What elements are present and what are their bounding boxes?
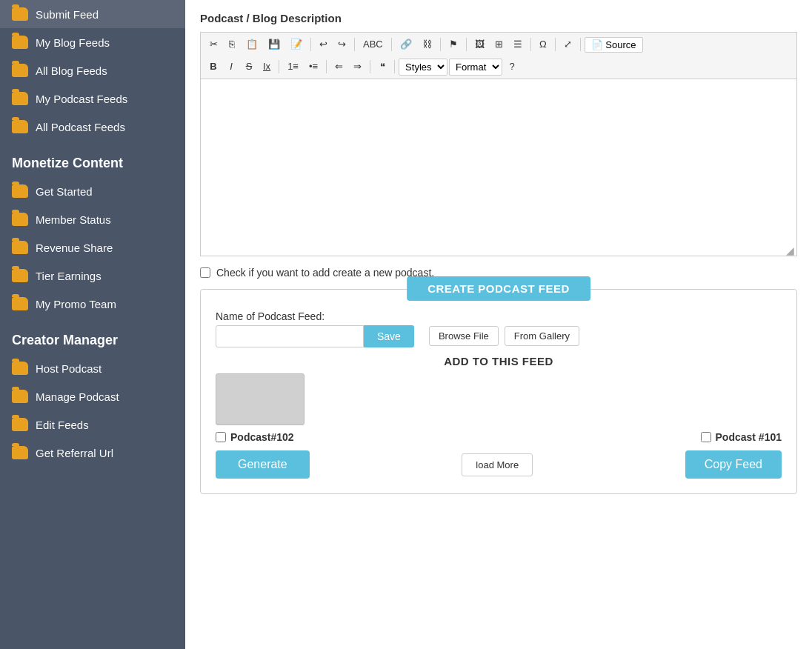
podcast-102-label: Podcast#102 (230, 431, 294, 443)
load-more-button[interactable]: load More (462, 453, 533, 476)
anchor-button[interactable]: ⚑ (445, 36, 462, 53)
maximize-button[interactable]: ⤢ (559, 36, 576, 53)
sidebar-item-manage-podcast[interactable]: Manage Podcast (0, 382, 185, 410)
generate-button[interactable]: Generate (216, 450, 310, 479)
spellcheck-button[interactable]: ABC (359, 36, 387, 53)
sidebar: Submit Feed My Blog Feeds All Blog Feeds… (0, 0, 185, 649)
special-char-button[interactable]: Ω (535, 36, 551, 53)
link-button[interactable]: 🔗 (396, 36, 416, 53)
sidebar-item-revenue-share[interactable]: Revenue Share (0, 233, 185, 262)
sidebar-item-label: Get Started (36, 185, 93, 198)
new-podcast-checkbox[interactable] (200, 267, 210, 278)
decrease-indent-button[interactable]: ⇐ (330, 58, 347, 76)
folder-icon (12, 184, 28, 198)
sidebar-item-edit-feeds[interactable]: Edit Feeds (0, 410, 185, 439)
italic-button[interactable]: I (223, 58, 239, 76)
podcast-101-checkbox[interactable] (701, 432, 711, 442)
increase-indent-button[interactable]: ⇒ (349, 58, 366, 76)
sidebar-item-get-referral-url[interactable]: Get Referral Url (0, 439, 185, 467)
editor-content[interactable] (201, 79, 796, 253)
toolbar-row-1: ✂ ⎘ 📋 💾 📝 ↩ ↪ ABC 🔗 ⛓ ⚑ 🖼 ⊞ ☰ Ω ⤢ (205, 36, 792, 53)
source-icon: 📄 (591, 39, 603, 50)
unordered-list-button[interactable]: •≡ (304, 58, 322, 76)
folder-icon (12, 64, 28, 77)
podcast-102-checkbox[interactable] (216, 432, 226, 442)
podcast-item-101: Podcast #101 (701, 431, 782, 443)
sidebar-item-my-blog-feeds[interactable]: My Blog Feeds (0, 28, 185, 56)
ordered-list-button[interactable]: 1≡ (283, 58, 303, 76)
sidebar-item-host-podcast[interactable]: Host Podcast (0, 354, 185, 382)
toolbar-row-2: B I S Ix 1≡ •≡ ⇐ ⇒ ❝ Styles Format ? (205, 58, 792, 76)
format-select[interactable]: Format (449, 59, 502, 76)
save-feed-button[interactable]: Save (364, 325, 414, 347)
add-to-feed-label: ADD TO THIS FEED (216, 355, 782, 367)
table-button[interactable]: ⊞ (490, 36, 508, 53)
image-button[interactable]: 🖼 (470, 36, 489, 53)
sidebar-item-label: My Podcast Feeds (36, 93, 127, 105)
undo-button[interactable]: ↩ (315, 36, 332, 53)
sidebar-item-all-blog-feeds[interactable]: All Blog Feeds (0, 56, 185, 84)
clear-format-button[interactable]: Ix (259, 58, 275, 76)
folder-icon (12, 446, 28, 459)
sidebar-item-tier-earnings[interactable]: Tier Earnings (0, 262, 185, 290)
clear-format-label: Ix (263, 61, 270, 72)
create-feed-body: Name of Podcast Feed: Save Browse File F… (201, 290, 796, 493)
paste-text-button[interactable]: 💾 (264, 36, 284, 53)
sidebar-item-label: Edit Feeds (36, 419, 89, 431)
copy-button[interactable]: ⎘ (224, 36, 240, 53)
unlink-button[interactable]: ⛓ (418, 36, 436, 53)
folder-icon (12, 120, 28, 133)
folder-icon (12, 213, 28, 226)
folder-icon (12, 36, 28, 49)
podcast-item-102: Podcast#102 (216, 431, 294, 443)
blockquote-button[interactable]: ❝ (374, 58, 390, 76)
styles-select[interactable]: Styles (399, 59, 447, 76)
strikethrough-button[interactable]: S (241, 58, 257, 76)
sidebar-item-my-podcast-feeds[interactable]: My Podcast Feeds (0, 84, 185, 113)
copy-feed-button[interactable]: Copy Feed (685, 450, 782, 479)
sidebar-item-label: Tier Earnings (36, 270, 102, 282)
sidebar-item-label: My Blog Feeds (36, 36, 110, 49)
toolbar-separator (466, 38, 467, 51)
create-feed-panel: CREATE PODCAST FEED Name of Podcast Feed… (200, 289, 797, 494)
toolbar-separator (354, 38, 355, 51)
from-gallery-button[interactable]: From Gallery (505, 326, 579, 346)
create-podcast-feed-header: CREATE PODCAST FEED (407, 276, 590, 301)
sidebar-item-label: Member Status (36, 213, 111, 226)
sidebar-item-get-started[interactable]: Get Started (0, 177, 185, 205)
feed-name-input[interactable] (216, 325, 364, 347)
browse-file-button[interactable]: Browse File (429, 326, 499, 346)
toolbar-separator (440, 38, 441, 51)
sidebar-item-all-podcast-feeds[interactable]: All Podcast Feeds (0, 113, 185, 141)
resize-handle[interactable]: ◢ (786, 245, 795, 254)
toolbar-separator (530, 38, 531, 51)
sidebar-item-submit-feed[interactable]: Submit Feed (0, 0, 185, 28)
sidebar-item-label: Host Podcast (36, 362, 102, 375)
actions-row: Generate load More Copy Feed (216, 450, 782, 479)
sidebar-item-label: My Promo Team (36, 298, 116, 310)
folder-icon (12, 297, 28, 310)
folder-icon (12, 241, 28, 254)
redo-button[interactable]: ↪ (333, 36, 350, 53)
folder-icon (12, 7, 28, 21)
section-header-monetize: Monetize Content (0, 141, 185, 177)
paste-button[interactable]: 📋 (242, 36, 262, 53)
source-button[interactable]: 📄 Source (585, 37, 643, 53)
main-content: Podcast / Blog Description ✂ ⎘ 📋 💾 📝 ↩ ↪… (185, 0, 812, 649)
toolbar-separator (326, 60, 327, 73)
sidebar-item-my-promo-team[interactable]: My Promo Team (0, 290, 185, 318)
folder-icon (12, 390, 28, 403)
cut-button[interactable]: ✂ (205, 36, 222, 53)
horizontal-rule-button[interactable]: ☰ (509, 36, 527, 53)
help-button[interactable]: ? (504, 58, 520, 76)
bold-button[interactable]: B (205, 58, 222, 76)
sidebar-item-label: Get Referral Url (36, 447, 113, 459)
paste-word-button[interactable]: 📝 (286, 36, 307, 53)
new-podcast-label: Check if you want to add create a new po… (216, 267, 434, 279)
podcast-list: Podcast#102 Podcast #101 (216, 431, 782, 443)
toolbar-separator (310, 38, 311, 51)
feed-name-section: Name of Podcast Feed: Save Browse File F… (216, 310, 782, 347)
toolbar-separator (279, 60, 279, 73)
sidebar-item-member-status[interactable]: Member Status (0, 205, 185, 233)
podcast-101-label: Podcast #101 (716, 431, 782, 443)
